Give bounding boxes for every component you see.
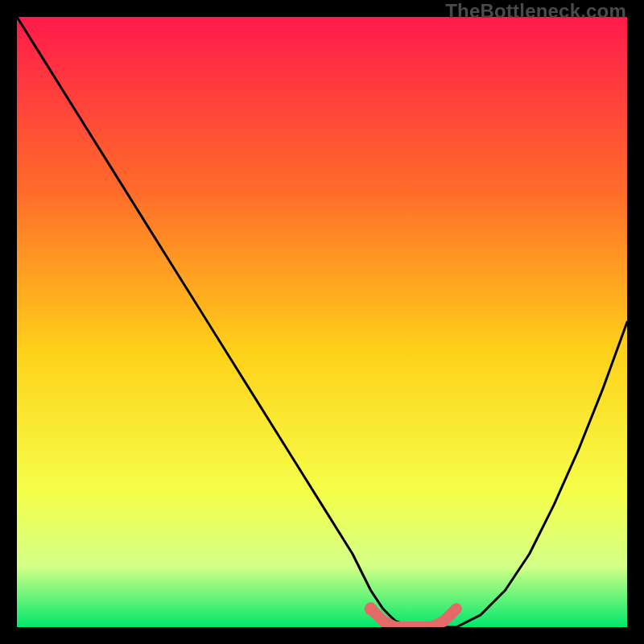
chart-plot-area: [17, 17, 627, 627]
optimal-highlight-start-dot: [365, 602, 378, 615]
watermark-text: TheBottleneck.com: [445, 0, 626, 23]
chart-svg: [17, 17, 627, 627]
chart-stage: TheBottleneck.com: [0, 0, 644, 644]
chart-background-gradient: [17, 17, 627, 627]
